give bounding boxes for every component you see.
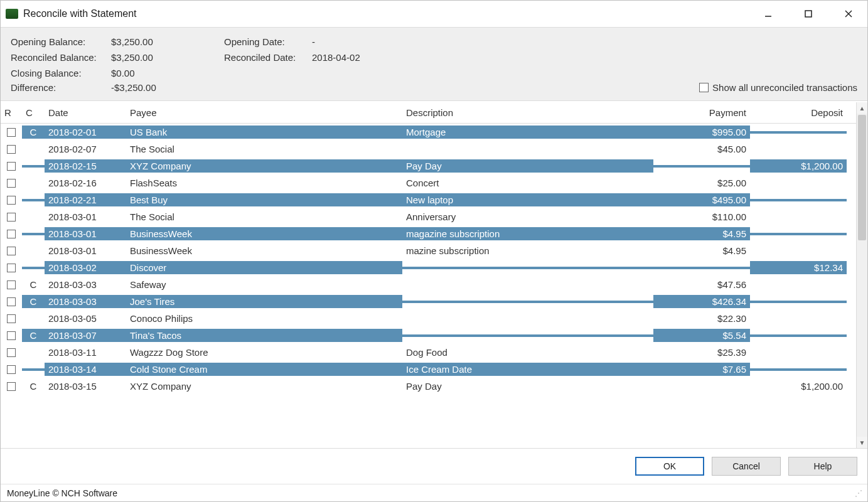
table-row[interactable]: 2018-03-02Discover$12.34 — [1, 259, 856, 276]
row-payee: The Social — [126, 210, 402, 223]
table-row[interactable]: C2018-02-01US BankMortgage$995.00 — [1, 124, 856, 141]
row-reconcile-checkbox[interactable] — [1, 330, 22, 341]
row-date: 2018-03-05 — [45, 312, 126, 325]
scroll-down-icon[interactable]: ▼ — [857, 437, 867, 448]
row-description: Pay Day — [402, 159, 653, 173]
col-description[interactable]: Description — [402, 107, 653, 118]
row-cleared-flag — [22, 165, 45, 168]
row-description: Dog Food — [402, 346, 653, 359]
status-bar: MoneyLine © NCH Software ⋰ — [1, 484, 867, 501]
table-row[interactable]: C2018-03-03Safeway$47.56 — [1, 276, 856, 293]
row-cleared-flag — [22, 318, 45, 320]
row-description: Anniversary — [402, 210, 653, 223]
row-reconcile-checkbox[interactable] — [1, 313, 22, 324]
show-unreconciled-checkbox[interactable]: Show all unreconciled transactions — [699, 82, 857, 93]
row-reconcile-checkbox[interactable] — [1, 178, 22, 189]
scroll-up-icon[interactable]: ▲ — [857, 102, 867, 114]
row-deposit: $1,200.00 — [750, 380, 847, 393]
row-cleared-flag: C — [22, 125, 45, 139]
reconciled-date-label: Reconciled Date: — [224, 52, 312, 63]
maximize-button[interactable] — [797, 3, 820, 25]
row-date: 2018-03-01 — [45, 210, 126, 223]
row-payment: $7.65 — [653, 363, 750, 376]
row-reconcile-checkbox[interactable] — [1, 211, 22, 223]
row-payee: BusinessWeek — [126, 227, 402, 240]
row-deposit — [750, 233, 847, 235]
opening-date-label: Opening Date: — [224, 36, 312, 47]
difference-value: -$3,250.00 — [111, 82, 224, 93]
table-row[interactable]: 2018-03-05Conoco Philips$22.30 — [1, 310, 856, 327]
vertical-scrollbar[interactable]: ▲ ▼ — [856, 102, 867, 448]
col-c[interactable]: C — [22, 107, 45, 118]
row-reconcile-checkbox[interactable] — [1, 364, 22, 375]
resize-grip-icon[interactable]: ⋰ — [855, 489, 861, 498]
ok-button[interactable]: OK — [635, 457, 704, 476]
row-reconcile-checkbox[interactable] — [1, 262, 22, 274]
closing-balance-value: $0.00 — [111, 68, 224, 78]
row-payee: Tina's Tacos — [126, 329, 402, 342]
help-button[interactable]: Help — [788, 457, 857, 476]
row-deposit — [750, 216, 847, 218]
row-deposit — [750, 368, 847, 371]
row-cleared-flag — [22, 199, 45, 201]
row-reconcile-checkbox[interactable] — [1, 144, 22, 155]
row-deposit — [750, 334, 847, 337]
row-payee: US Bank — [126, 125, 402, 139]
table-row[interactable]: 2018-03-11Wagzzz Dog StoreDog Food$25.39 — [1, 344, 856, 361]
cancel-button[interactable]: Cancel — [712, 457, 781, 476]
col-payment[interactable]: Payment — [653, 107, 750, 118]
row-reconcile-checkbox[interactable] — [1, 381, 22, 392]
table-row[interactable]: C2018-03-03Joe's Tires$426.34 — [1, 293, 856, 310]
col-r[interactable]: R — [1, 107, 22, 118]
row-reconcile-checkbox[interactable] — [1, 279, 22, 291]
row-cleared-flag — [22, 368, 45, 371]
row-reconcile-checkbox[interactable] — [1, 347, 22, 358]
row-date: 2018-03-02 — [45, 261, 126, 274]
row-cleared-flag: C — [22, 329, 45, 342]
table-row[interactable]: C2018-03-15XYZ CompanyPay Day$1,200.00 — [1, 378, 856, 395]
row-reconcile-checkbox[interactable] — [1, 296, 22, 307]
table-row[interactable]: 2018-02-15XYZ CompanyPay Day$1,200.00 — [1, 158, 856, 174]
row-date: 2018-03-01 — [45, 227, 126, 240]
row-payee: Discover — [126, 261, 402, 274]
col-payee[interactable]: Payee — [126, 107, 402, 118]
table-row[interactable]: 2018-03-01BusinessWeekmazine subscriptio… — [1, 242, 856, 259]
col-deposit[interactable]: Deposit — [750, 107, 847, 118]
show-unreconciled-label: Show all unreconciled transactions — [712, 82, 857, 93]
row-payment: $22.30 — [653, 312, 750, 325]
table-row[interactable]: 2018-02-21Best BuyNew laptop$495.00 — [1, 191, 856, 208]
titlebar: Reconcile with Statement — [1, 1, 867, 27]
table-row[interactable]: 2018-02-16FlashSeatsConcert$25.00 — [1, 174, 856, 191]
row-payment: $426.34 — [653, 295, 750, 308]
opening-balance-value: $3,250.00 — [111, 36, 224, 47]
row-deposit — [750, 131, 847, 134]
row-description: Mortgage — [402, 125, 653, 139]
table-row[interactable]: 2018-03-01The SocialAnniversary$110.00 — [1, 208, 856, 225]
table-row[interactable]: 2018-02-07The Social$45.00 — [1, 141, 856, 158]
row-deposit — [750, 301, 847, 303]
row-date: 2018-03-15 — [45, 380, 126, 393]
row-deposit — [750, 199, 847, 201]
row-payee: Cold Stone Cream — [126, 363, 402, 376]
minimize-button[interactable] — [757, 3, 780, 25]
col-date[interactable]: Date — [45, 107, 126, 118]
row-date: 2018-02-07 — [45, 142, 126, 156]
table-row[interactable]: C2018-03-07Tina's Tacos$5.54 — [1, 327, 856, 344]
table-row[interactable]: 2018-03-01BusinessWeekmagazine subscript… — [1, 225, 856, 242]
scrollbar-thumb[interactable] — [858, 115, 866, 240]
close-button[interactable] — [837, 3, 860, 25]
table-row[interactable]: 2018-03-14Cold Stone CreamIce Cream Date… — [1, 361, 856, 378]
row-reconcile-checkbox[interactable] — [1, 161, 22, 172]
row-date: 2018-03-11 — [45, 346, 126, 359]
row-reconcile-checkbox[interactable] — [1, 195, 22, 206]
row-reconcile-checkbox[interactable] — [1, 228, 22, 240]
row-reconcile-checkbox[interactable] — [1, 245, 22, 257]
row-cleared-flag: C — [22, 278, 45, 291]
row-cleared-flag: C — [22, 380, 45, 393]
row-reconcile-checkbox[interactable] — [1, 127, 22, 138]
status-text: MoneyLine © NCH Software — [7, 488, 117, 498]
opening-date-value: - — [312, 36, 437, 47]
row-deposit — [750, 148, 847, 151]
row-payment — [653, 267, 750, 269]
row-date: 2018-03-07 — [45, 329, 126, 342]
